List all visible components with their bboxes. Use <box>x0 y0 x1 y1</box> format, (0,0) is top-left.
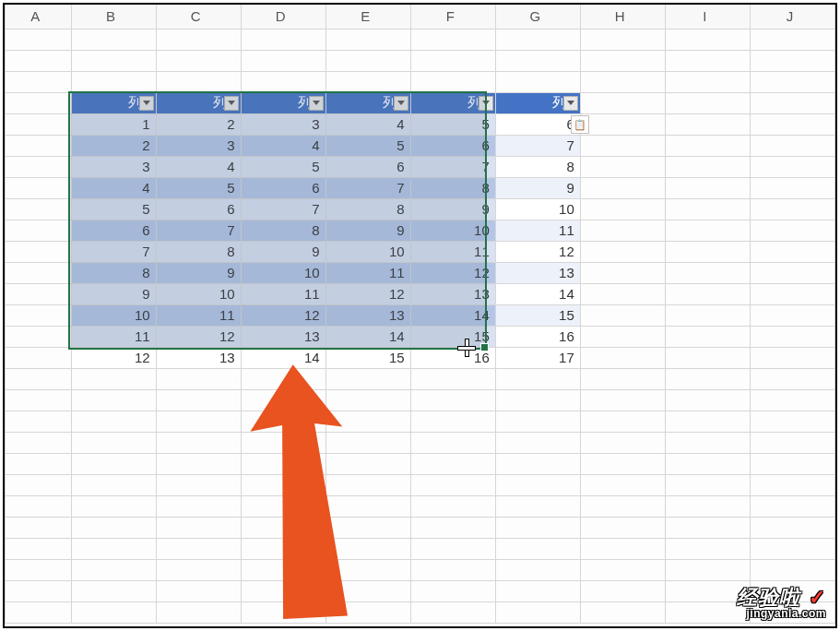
cell-blank[interactable] <box>750 453 834 474</box>
table-cell[interactable]: 11 <box>71 326 156 347</box>
table-cell[interactable]: 11 <box>156 304 241 326</box>
table-cell[interactable]: 12 <box>325 283 410 304</box>
table-cell[interactable]: 6 <box>410 135 495 156</box>
cell-blank[interactable] <box>6 304 72 326</box>
table-cell[interactable]: 17 <box>495 347 580 368</box>
cell-blank[interactable] <box>750 135 834 156</box>
cell-blank[interactable] <box>750 177 834 198</box>
cell-blank[interactable] <box>495 601 580 623</box>
cell-blank[interactable] <box>6 495 72 517</box>
table-cell[interactable]: 5 <box>410 113 495 135</box>
cell-blank[interactable] <box>71 453 156 474</box>
cell-blank[interactable] <box>325 411 410 432</box>
table-cell[interactable]: 12 <box>156 326 241 347</box>
cell-blank[interactable] <box>241 580 325 601</box>
cell-blank[interactable] <box>325 517 410 538</box>
table-cell[interactable]: 8 <box>241 220 325 241</box>
cell-blank[interactable] <box>71 411 156 432</box>
cell-blank[interactable] <box>665 113 750 135</box>
table-header-5[interactable]: 列5 <box>410 92 495 113</box>
table-cell[interactable]: 11 <box>325 262 410 283</box>
cell-blank[interactable] <box>241 432 325 453</box>
cell-blank[interactable] <box>156 411 241 432</box>
column-header-G[interactable]: G <box>495 5 580 29</box>
table-cell[interactable]: 12 <box>410 262 495 283</box>
cell-blank[interactable] <box>241 411 325 432</box>
cell-blank[interactable] <box>495 29 580 50</box>
cell-blank[interactable] <box>325 601 410 623</box>
column-header-A[interactable]: A <box>6 5 72 29</box>
cell-blank[interactable] <box>410 453 495 474</box>
cell-blank[interactable] <box>6 220 72 241</box>
cell-blank[interactable] <box>495 474 580 495</box>
column-header-B[interactable]: B <box>71 5 156 29</box>
cell-blank[interactable] <box>750 517 834 538</box>
column-header-F[interactable]: F <box>410 5 495 29</box>
cell-blank[interactable] <box>325 389 410 411</box>
cell-blank[interactable] <box>410 50 495 71</box>
cell-blank[interactable] <box>580 177 665 198</box>
cell-blank[interactable] <box>6 389 72 411</box>
table-cell[interactable]: 16 <box>410 347 495 368</box>
table-cell[interactable]: 4 <box>325 113 410 135</box>
cell-blank[interactable] <box>6 580 72 601</box>
cell-blank[interactable] <box>580 474 665 495</box>
table-cell[interactable]: 8 <box>156 241 241 262</box>
filter-dropdown-icon[interactable] <box>309 96 324 111</box>
cell-blank[interactable] <box>750 156 834 177</box>
cell-blank[interactable] <box>665 283 750 304</box>
table-cell[interactable]: 12 <box>71 347 156 368</box>
table-cell[interactable]: 9 <box>241 241 325 262</box>
cell-blank[interactable] <box>580 113 665 135</box>
cell-blank[interactable] <box>665 368 750 389</box>
table-cell[interactable]: 7 <box>325 177 410 198</box>
cell-blank[interactable] <box>750 283 834 304</box>
table-cell[interactable]: 4 <box>156 156 241 177</box>
cell-blank[interactable] <box>665 177 750 198</box>
table-cell[interactable]: 13 <box>156 347 241 368</box>
cell-blank[interactable] <box>410 71 495 92</box>
cell-blank[interactable] <box>750 92 834 113</box>
table-header-3[interactable]: 列3 <box>241 92 325 113</box>
table-cell[interactable]: 5 <box>241 156 325 177</box>
table-cell[interactable]: 7 <box>410 156 495 177</box>
cell-blank[interactable] <box>580 50 665 71</box>
cell-blank[interactable] <box>156 29 241 50</box>
cell-blank[interactable] <box>665 453 750 474</box>
cell-blank[interactable] <box>750 474 834 495</box>
cell-blank[interactable] <box>156 601 241 623</box>
cell-blank[interactable] <box>325 495 410 517</box>
cell-blank[interactable] <box>665 71 750 92</box>
table-cell[interactable]: 6 <box>71 220 156 241</box>
column-header-C[interactable]: C <box>156 5 241 29</box>
table-cell[interactable]: 10 <box>156 283 241 304</box>
cell-blank[interactable] <box>495 71 580 92</box>
cell-blank[interactable] <box>71 29 156 50</box>
table-cell[interactable]: 10 <box>495 198 580 220</box>
cell-blank[interactable] <box>6 262 72 283</box>
cell-blank[interactable] <box>410 517 495 538</box>
cell-blank[interactable] <box>580 580 665 601</box>
cell-blank[interactable] <box>241 474 325 495</box>
cell-blank[interactable] <box>750 304 834 326</box>
cell-blank[interactable] <box>241 495 325 517</box>
column-header-H[interactable]: H <box>580 5 665 29</box>
table-cell[interactable]: 10 <box>325 241 410 262</box>
cell-blank[interactable] <box>6 538 72 559</box>
cell-blank[interactable] <box>750 113 834 135</box>
column-header-I[interactable]: I <box>665 5 750 29</box>
cell-blank[interactable] <box>6 347 72 368</box>
cell-blank[interactable] <box>580 411 665 432</box>
table-cell[interactable]: 5 <box>156 177 241 198</box>
cell-blank[interactable] <box>750 559 834 580</box>
cell-blank[interactable] <box>580 156 665 177</box>
cell-blank[interactable] <box>495 368 580 389</box>
table-header-1[interactable]: 列1 <box>71 92 156 113</box>
cell-blank[interactable] <box>71 559 156 580</box>
table-cell[interactable]: 3 <box>241 113 325 135</box>
cell-blank[interactable] <box>241 389 325 411</box>
cell-blank[interactable] <box>750 432 834 453</box>
cell-blank[interactable] <box>665 347 750 368</box>
cell-blank[interactable] <box>750 326 834 347</box>
cell-blank[interactable] <box>665 474 750 495</box>
